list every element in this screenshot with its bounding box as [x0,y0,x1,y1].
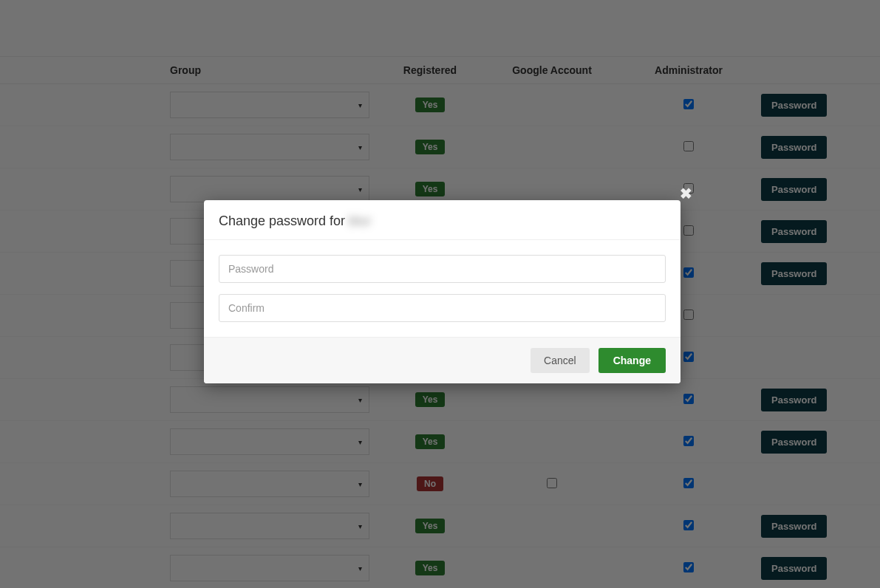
confirm-password-field[interactable] [219,294,666,322]
modal-title-username: blur [349,213,371,228]
modal-body [204,240,681,337]
modal-title-prefix: Change password for [219,213,349,228]
cancel-button[interactable]: Cancel [531,348,590,373]
change-button[interactable]: Change [598,348,666,373]
close-icon[interactable]: ✖ [680,186,692,201]
password-field[interactable] [219,255,666,283]
modal-title: Change password for blur [219,213,666,229]
modal-header: Change password for blur [204,200,681,240]
change-password-modal: ✖ Change password for blur Cancel Change [204,200,681,383]
modal-footer: Cancel Change [204,337,681,383]
